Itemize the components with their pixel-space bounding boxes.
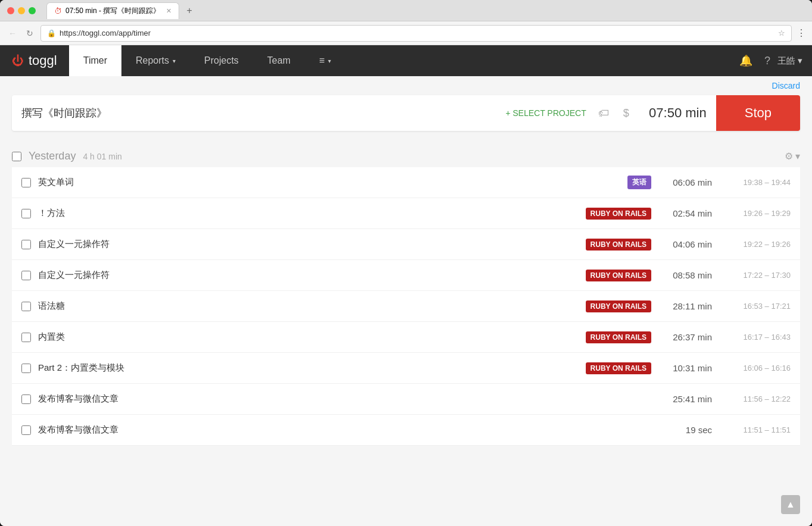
entry-time-range: 17:22 – 17:30 — [719, 271, 791, 280]
reload-button[interactable]: ↻ — [24, 26, 36, 40]
nav-tab-timer[interactable]: Timer — [69, 45, 121, 76]
entry-time-range: 19:38 – 19:44 — [719, 178, 791, 187]
entry-tag: RUBY ON RAILS — [586, 362, 651, 374]
user-chevron-icon: ▾ — [798, 55, 802, 66]
entry-checkbox[interactable] — [21, 240, 31, 249]
more-chevron-icon: ▾ — [328, 58, 331, 64]
entry-duration: 25:41 min — [658, 394, 712, 404]
tab-favicon: ⏱ — [54, 7, 62, 15]
entry-duration: 26:37 min — [658, 332, 712, 342]
table-row: 自定义一元操作符 RUBY ON RAILS 04:06 min 19:22 –… — [12, 229, 800, 260]
entry-duration: 02:54 min — [658, 208, 712, 218]
entry-title: 内置类 — [38, 331, 579, 343]
new-tab-button[interactable]: + — [182, 3, 196, 18]
reports-chevron-icon: ▾ — [173, 58, 176, 64]
table-row: 英文单词 英语 06:06 min 19:38 – 19:44 — [12, 167, 800, 198]
nav-tab-reports[interactable]: Reports ▾ — [121, 45, 190, 76]
notifications-button[interactable]: 🔔 — [735, 49, 757, 72]
table-row: 语法糖 RUBY ON RAILS 28:11 min 16:53 – 17:2… — [12, 291, 800, 322]
entry-checkbox[interactable] — [21, 178, 31, 187]
window-controls — [757, 4, 805, 18]
traffic-lights — [7, 7, 36, 14]
select-project-button[interactable]: + SELECT PROJECT — [505, 108, 586, 118]
entry-tag: RUBY ON RAILS — [586, 208, 651, 220]
table-row: Part 2：内置类与模块 RUBY ON RAILS 10:31 min 16… — [12, 353, 800, 384]
help-button[interactable]: ? — [760, 50, 775, 72]
tag-button[interactable]: 🏷 — [596, 105, 611, 122]
day-header: Yesterday 4 h 01 min ⚙ ▾ — [12, 143, 800, 167]
entry-tag: RUBY ON RAILS — [586, 239, 651, 251]
day-label: Yesterday — [29, 150, 76, 162]
entry-duration: 04:06 min — [658, 239, 712, 249]
entry-tag: 英语 — [627, 176, 651, 189]
active-tab[interactable]: ⏱ 07:50 min - 撰写《时间跟踪》 ✕ — [46, 2, 179, 19]
entry-checkbox[interactable] — [21, 302, 31, 311]
billable-button[interactable]: $ — [621, 105, 632, 122]
tab-title: 07:50 min - 撰写《时间跟踪》 — [65, 6, 160, 16]
nav-tab-more[interactable]: ≡ ▾ — [305, 45, 345, 76]
entry-tag: RUBY ON RAILS — [586, 331, 651, 343]
back-button[interactable]: ← — [6, 26, 19, 40]
scroll-top-button[interactable]: ▲ — [781, 495, 800, 514]
entry-title: ！方法 — [38, 208, 579, 219]
entry-duration: 19 sec — [658, 425, 712, 435]
entry-checkbox[interactable] — [21, 209, 31, 218]
entry-checkbox[interactable] — [21, 394, 31, 404]
main-content: Discard + SELECT PROJECT 🏷 $ 07:50 min S… — [0, 76, 812, 526]
entry-time-range: 16:53 – 17:21 — [719, 302, 791, 311]
nav-right: 🔔 ? 王皓 ▾ — [735, 49, 812, 72]
entry-time-range: 11:56 – 12:22 — [719, 394, 791, 403]
stop-button[interactable]: Stop — [716, 95, 800, 131]
nav-tab-team[interactable]: Team — [253, 45, 305, 76]
tab-close-button[interactable]: ✕ — [166, 7, 171, 15]
logo-icon: ⏻ — [12, 54, 24, 68]
entry-title: 英文单词 — [38, 177, 620, 188]
timer-description-input[interactable] — [21, 107, 496, 120]
bookmark-icon[interactable]: ☆ — [778, 29, 785, 37]
entry-duration: 28:11 min — [658, 301, 712, 311]
logo-text: toggl — [29, 53, 57, 68]
table-row: 发布博客与微信文章 19 sec 11:51 – 11:51 — [12, 415, 800, 446]
ssl-icon: 🔒 — [47, 29, 56, 37]
entry-title: 自定义一元操作符 — [38, 270, 579, 281]
logo-area: ⏻ toggl — [0, 45, 69, 76]
fullscreen-button[interactable] — [29, 7, 36, 14]
app-nav: ⏻ toggl Timer Reports ▾ Projects Team ≡ … — [0, 45, 812, 76]
nav-tabs: Timer Reports ▾ Projects Team ≡ ▾ — [69, 45, 346, 76]
nav-tab-projects[interactable]: Projects — [190, 45, 253, 76]
day-actions: ⚙ ▾ — [785, 151, 800, 162]
entry-checkbox[interactable] — [21, 425, 31, 435]
day-select-all-checkbox[interactable] — [12, 152, 21, 161]
entry-title: 发布博客与微信文章 — [38, 393, 651, 405]
url-bar[interactable]: 🔒 https://toggl.com/app/timer ☆ — [40, 25, 792, 42]
entry-title: 语法糖 — [38, 300, 579, 312]
entry-checkbox[interactable] — [21, 271, 31, 280]
title-bar: ⏱ 07:50 min - 撰写《时间跟踪》 ✕ + — [0, 0, 812, 21]
minimize-button[interactable] — [18, 7, 25, 14]
user-menu-button[interactable]: 王皓 ▾ — [777, 55, 802, 67]
entries-section: Yesterday 4 h 01 min ⚙ ▾ 英文单词 英语 06:06 m… — [0, 131, 812, 446]
entry-time-range: 11:51 – 11:51 — [719, 425, 791, 434]
timer-entry: + SELECT PROJECT 🏷 $ 07:50 min Stop — [12, 95, 800, 131]
entry-tag: RUBY ON RAILS — [586, 300, 651, 312]
entry-time-range: 16:06 – 16:16 — [719, 364, 791, 372]
tab-bar: ⏱ 07:50 min - 撰写《时间跟踪》 ✕ + — [46, 2, 197, 19]
entries-list: 英文单词 英语 06:06 min 19:38 – 19:44 ！方法 RUBY… — [12, 167, 800, 446]
url-text: https://toggl.com/app/timer — [60, 29, 151, 37]
table-row: 发布博客与微信文章 25:41 min 11:56 – 12:22 — [12, 384, 800, 415]
day-total: 4 h 01 min — [83, 152, 121, 161]
entry-title: Part 2：内置类与模块 — [38, 362, 579, 374]
table-row: 自定义一元操作符 RUBY ON RAILS 08:58 min 17:22 –… — [12, 260, 800, 291]
day-gear-button[interactable]: ⚙ — [785, 151, 793, 162]
entry-title: 发布博客与微信文章 — [38, 424, 651, 436]
entry-time-range: 19:22 – 19:26 — [719, 240, 791, 249]
entry-checkbox[interactable] — [21, 333, 31, 342]
discard-bar: Discard — [0, 76, 812, 95]
close-button[interactable] — [7, 7, 14, 14]
entry-duration: 06:06 min — [658, 177, 712, 187]
browser-menu-icon[interactable]: ⋮ — [797, 27, 806, 39]
entry-duration: 10:31 min — [658, 363, 712, 373]
entry-checkbox[interactable] — [21, 364, 31, 373]
discard-link[interactable]: Discard — [772, 81, 800, 90]
day-chevron-button[interactable]: ▾ — [795, 151, 800, 162]
